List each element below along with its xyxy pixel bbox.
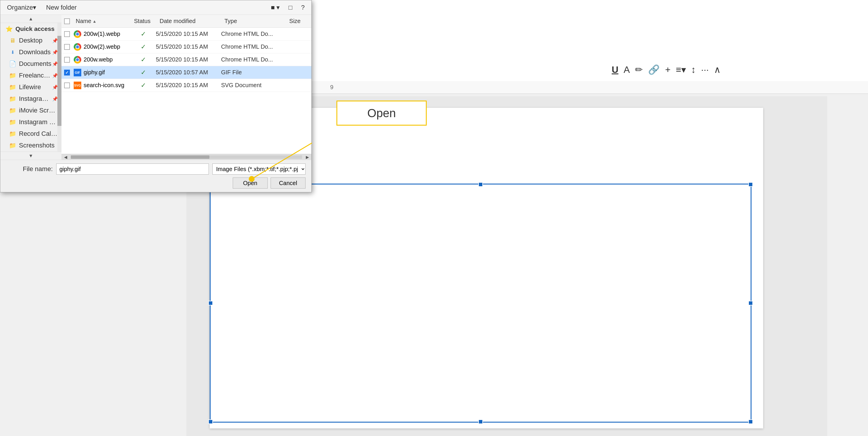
record-calls-label: Record Calls And <box>19 130 58 138</box>
table-row[interactable]: 200w(2).webp ✓ 5/15/2020 10:15 AM Chrome… <box>61 40 311 53</box>
instagram-cle-pin: 📌 <box>52 96 58 102</box>
record-calls-icon: 📁 <box>8 130 17 138</box>
view-details-button[interactable]: □ <box>285 2 296 13</box>
table-row[interactable]: 200w(1).webp ✓ 5/15/2020 10:15 AM Chrome… <box>61 28 311 40</box>
header-status[interactable]: Status <box>130 15 156 27</box>
quick-access-icon: ⭐ <box>5 25 13 33</box>
view-list-button[interactable]: ■ ▾ <box>268 2 283 13</box>
sidebar-item-imovie-screens[interactable]: 📁 iMovie Screens <box>0 105 61 116</box>
file3-status-check: ✓ <box>141 56 146 63</box>
font-color-button[interactable]: A <box>624 64 630 75</box>
select-all-checkbox[interactable] <box>64 18 70 24</box>
sidebar-scroll-down[interactable]: ▼ <box>0 151 61 160</box>
header-date[interactable]: Date modified <box>156 15 221 27</box>
selection-handle-tm[interactable] <box>478 182 483 187</box>
desktop-label: Desktop <box>19 37 42 44</box>
file4-date: 5/15/2020 10:57 AM <box>156 69 221 76</box>
instagram-clear-s-label: Instagram Clear S <box>19 118 58 126</box>
table-row[interactable]: SVG search-icon.svg ✓ 5/15/2020 10:15 AM… <box>61 79 311 92</box>
hscroll-left-arrow[interactable]: ◀ <box>61 154 70 160</box>
sidebar-item-desktop[interactable]: 🖥 Desktop 📌 <box>0 35 61 46</box>
freelance-stuf-label: Freelance Stuf <box>19 72 52 79</box>
highlight-button[interactable]: ✏ <box>635 64 643 75</box>
filetype-select[interactable]: Image Files (*.xbm;*.tif;*.pjp;*.pj <box>212 164 306 175</box>
screenshots-icon: 📁 <box>8 141 17 149</box>
file2-checkbox[interactable] <box>64 44 70 50</box>
sidebar-vertical-scrollbar[interactable] <box>57 23 61 151</box>
file3-checkbox[interactable] <box>64 57 70 63</box>
new-folder-button[interactable]: New folder <box>43 2 80 13</box>
more-button[interactable]: ··· <box>701 64 709 75</box>
screenshots-label: Screenshots <box>19 142 55 149</box>
hscroll-thumb <box>71 155 210 159</box>
sidebar-item-record-calls-and[interactable]: 📁 Record Calls And <box>0 128 61 140</box>
lifewire-label: Lifewire <box>19 83 41 91</box>
selection-handle-mr[interactable] <box>748 301 753 306</box>
selection-handle-ml[interactable] <box>208 301 213 306</box>
annotation-open-box: Open <box>336 100 427 126</box>
link-button[interactable]: 🔗 <box>648 64 660 75</box>
name-sort-arrow: ▲ <box>92 19 96 24</box>
dialog-sidebar-wrapper: ▲ ⭐ Quick access 🖥 Desktop 📌 ⬇ Downloads… <box>0 15 61 160</box>
line-spacing-button[interactable]: ↕ <box>691 64 696 75</box>
file1-checkbox[interactable] <box>64 31 70 37</box>
header-size[interactable]: Size <box>286 15 311 27</box>
sidebar-scrollbar-thumb <box>57 36 61 126</box>
file3-chrome-icon <box>74 56 81 63</box>
file2-name: 200w(2).webp <box>72 43 131 51</box>
file4-status: ✓ <box>131 69 156 76</box>
table-row[interactable]: 200w.webp ✓ 5/15/2020 10:15 AM Chrome HT… <box>61 53 311 66</box>
selection-handle-br[interactable] <box>748 419 753 424</box>
header-name[interactable]: Name ▲ <box>72 15 130 27</box>
table-row[interactable]: ✓ GIF giphy.gif ✓ 5/15/2020 10:57 AM GIF… <box>61 66 311 79</box>
sidebar-item-instagram-clear-s[interactable]: 📁 Instagram Clear S <box>0 116 61 128</box>
filelist-empty-area <box>61 92 311 154</box>
underline-button[interactable]: U <box>612 64 618 75</box>
file-open-dialog: Organize▾ New folder ■ ▾ □ ? ▲ ⭐ Quick a… <box>0 0 312 192</box>
cancel-button[interactable]: Cancel <box>271 177 306 188</box>
help-button[interactable]: ? <box>298 2 308 13</box>
freelance-stuf-icon: 📁 <box>8 71 17 80</box>
sidebar-item-downloads[interactable]: ⬇ Downloads 📌 <box>0 46 61 58</box>
filename-input[interactable] <box>56 164 209 175</box>
insert-button[interactable]: + <box>665 64 671 75</box>
sidebar-item-instagram-cle[interactable]: 📁 Instagram Cle 📌 <box>0 93 61 105</box>
file3-date: 5/15/2020 10:15 AM <box>156 56 221 63</box>
file2-status-check: ✓ <box>141 43 146 51</box>
instagram-cle-icon: 📁 <box>8 95 17 103</box>
file5-name: SVG search-icon.svg <box>72 82 131 89</box>
sidebar-scroll-up[interactable]: ▲ <box>0 15 61 23</box>
sidebar-item-screenshots[interactable]: 📁 Screenshots <box>0 140 61 151</box>
image-selection-box[interactable] <box>210 184 751 423</box>
file4-gif-icon: GIF <box>74 69 81 76</box>
filename-row: File name: Image Files (*.xbm;*.tif;*.pj… <box>6 164 306 175</box>
sidebar-item-freelance-stuf[interactable]: 📁 Freelance Stuf 📌 <box>0 70 61 81</box>
dialog-body: ▲ ⭐ Quick access 🖥 Desktop 📌 ⬇ Downloads… <box>0 15 311 160</box>
file2-type: Chrome HTML Do... <box>221 43 286 50</box>
open-button[interactable]: Open <box>233 177 268 188</box>
imovie-screens-label: iMovie Screens <box>19 107 58 114</box>
selection-handle-tr[interactable] <box>748 182 753 187</box>
sidebar-item-documents[interactable]: 📄 Documents 📌 <box>0 58 61 70</box>
hscroll-right-arrow[interactable]: ▶ <box>303 154 311 160</box>
selection-handle-bl[interactable] <box>208 419 213 424</box>
documents-label: Documents <box>19 60 51 68</box>
dialog-sidebar: ⭐ Quick access 🖥 Desktop 📌 ⬇ Downloads 📌… <box>0 23 61 151</box>
header-type[interactable]: Type <box>221 15 286 27</box>
horizontal-scrollbar[interactable]: ◀ ▶ <box>61 154 311 160</box>
collapse-button[interactable]: ∧ <box>714 64 721 75</box>
sidebar-item-quick-access[interactable]: ⭐ Quick access <box>0 23 61 35</box>
file5-checkbox-cell <box>61 83 72 88</box>
file5-date: 5/15/2020 10:15 AM <box>156 82 221 89</box>
hscroll-track[interactable] <box>71 155 302 159</box>
selection-handle-bm[interactable] <box>478 419 483 424</box>
documents-icon: 📄 <box>8 60 17 68</box>
align-button[interactable]: ≡▾ <box>676 64 686 75</box>
quick-access-label: Quick access <box>16 25 55 32</box>
file5-checkbox[interactable] <box>64 83 70 88</box>
file4-checkbox-cell: ✓ <box>61 70 72 76</box>
organize-button[interactable]: Organize▾ <box>4 2 39 13</box>
file4-checkbox[interactable]: ✓ <box>64 70 70 76</box>
sidebar-item-lifewire[interactable]: 📁 Lifewire 📌 <box>0 81 61 93</box>
imovie-screens-icon: 📁 <box>8 106 17 115</box>
